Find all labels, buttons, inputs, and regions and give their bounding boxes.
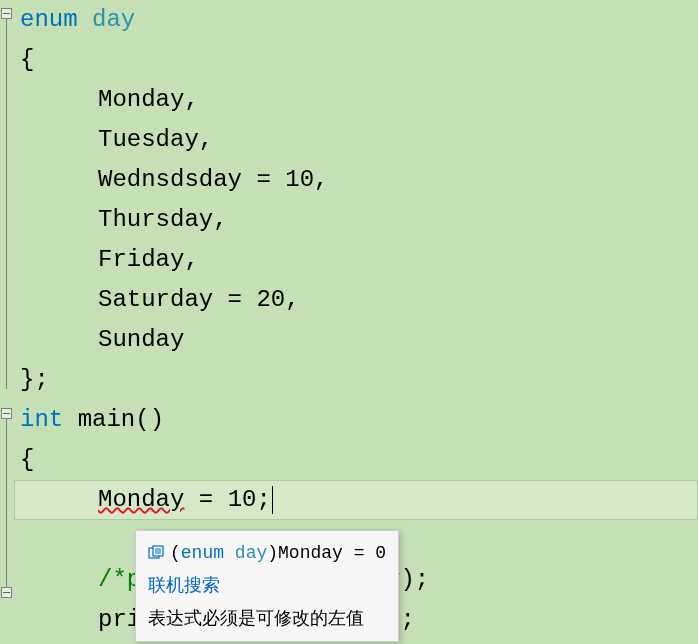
keyword-int: int <box>20 406 63 433</box>
code-line-2[interactable]: { <box>14 40 698 80</box>
enum-monday: Monday, <box>98 86 199 113</box>
enum-sunday: Sunday <box>98 326 184 353</box>
enum-tuesday: Tuesday, <box>98 126 213 153</box>
code-line-4[interactable]: Tuesday, <box>14 120 698 160</box>
code-line-10[interactable]: }; <box>14 360 698 400</box>
code-line-11[interactable]: int main() <box>14 400 698 440</box>
tooltip-signature-row: (enum day)Monday = 0 <box>148 539 386 568</box>
tooltip-search-link[interactable]: 联机搜索 <box>148 572 386 601</box>
enum-thursday: Thursday, <box>98 206 228 233</box>
code-line-3[interactable]: Monday, <box>14 80 698 120</box>
code-line-8[interactable]: Saturday = 20, <box>14 280 698 320</box>
error-monday: Monday <box>98 486 184 513</box>
comment-open: /* <box>98 566 127 593</box>
brace-open-main: { <box>20 446 34 473</box>
func-main: main <box>78 406 136 433</box>
brace-open: { <box>20 46 34 73</box>
code-line-13-current[interactable]: Monday = 10; <box>14 480 698 520</box>
type-day: day <box>92 6 135 33</box>
code-line-6[interactable]: Thursday, <box>14 200 698 240</box>
enum-wednsdsday: Wednsdsday = 10, <box>98 166 328 193</box>
code-line-7[interactable]: Friday, <box>14 240 698 280</box>
intellisense-tooltip: (enum day)Monday = 0 联机搜索 表达式必须是可修改的左值 <box>135 530 399 642</box>
assign-rest: = 10; <box>184 486 270 513</box>
enum-friday: Friday, <box>98 246 199 273</box>
tooltip-error-message: 表达式必须是可修改的左值 <box>148 605 386 634</box>
paren: () <box>135 406 164 433</box>
enum-icon <box>148 545 164 561</box>
code-line-1[interactable]: enum day <box>14 0 698 40</box>
code-line-12[interactable]: { <box>14 440 698 480</box>
code-line-5[interactable]: Wednsdsday = 10, <box>14 160 698 200</box>
text-cursor <box>272 486 273 514</box>
tooltip-signature: (enum day)Monday = 0 <box>170 539 386 568</box>
brace-close-semi: }; <box>20 366 49 393</box>
code-line-9[interactable]: Sunday <box>14 320 698 360</box>
enum-saturday: Saturday = 20, <box>98 286 300 313</box>
keyword-enum: enum <box>20 6 78 33</box>
